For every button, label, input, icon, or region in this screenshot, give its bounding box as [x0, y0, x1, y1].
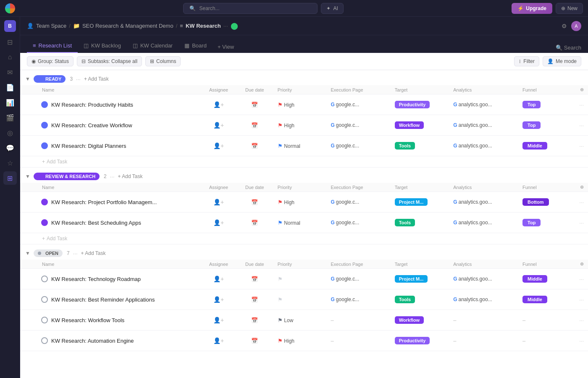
- task-target[interactable]: Project M...: [391, 269, 449, 289]
- sidebar-item-charts[interactable]: 📊: [3, 96, 17, 109]
- task-name-label[interactable]: KW Research: Best Reminder Applications: [51, 297, 155, 303]
- task-execution-page[interactable]: Ggoogle.c...: [327, 192, 391, 213]
- task-assignee[interactable]: 👤+: [201, 94, 236, 115]
- task-funnel[interactable]: Top: [518, 213, 572, 233]
- task-funnel[interactable]: –: [518, 310, 572, 331]
- task-row-dots[interactable]: ···: [572, 289, 588, 310]
- task-funnel[interactable]: Middle: [518, 269, 572, 289]
- task-assignee[interactable]: 👤+: [201, 310, 236, 331]
- task-assignee[interactable]: 👤+: [201, 213, 236, 233]
- task-row-dots[interactable]: ···: [572, 310, 588, 331]
- task-status-icon[interactable]: [41, 317, 48, 323]
- sidebar-item-home[interactable]: ⌂: [3, 50, 17, 64]
- task-priority[interactable]: ⚑ Normal: [273, 213, 327, 233]
- task-name-label[interactable]: KW Research: Best Scheduling Apps: [51, 220, 141, 226]
- task-assignee[interactable]: 👤+: [201, 136, 236, 156]
- task-analytics[interactable]: –: [449, 310, 518, 331]
- task-row-dots[interactable]: ···: [572, 115, 588, 136]
- task-target[interactable]: Tools: [391, 213, 449, 233]
- sidebar-item-apps[interactable]: ⊞: [3, 171, 17, 185]
- upgrade-button[interactable]: ⚡ Upgrade: [512, 3, 552, 14]
- task-execution-page[interactable]: Ggoogle.c...: [327, 289, 391, 310]
- new-button[interactable]: ⊕ New: [556, 3, 583, 14]
- group-open-toggle[interactable]: ▼: [25, 250, 30, 256]
- task-target[interactable]: Workflow: [391, 310, 449, 331]
- task-due-date[interactable]: 📅: [236, 136, 273, 156]
- header-user-icon[interactable]: A: [571, 21, 581, 31]
- workspace-avatar[interactable]: B: [4, 20, 16, 32]
- task-funnel[interactable]: Top: [518, 115, 572, 136]
- task-priority[interactable]: ⚑: [273, 269, 327, 289]
- task-due-date[interactable]: 📅: [236, 331, 273, 351]
- filter-button[interactable]: ⫶ Filter: [514, 56, 539, 66]
- task-funnel[interactable]: Middle: [518, 289, 572, 310]
- group-ready-dots[interactable]: ···: [76, 76, 81, 82]
- task-status-icon[interactable]: [41, 337, 48, 344]
- task-execution-page[interactable]: Ggoogle.c...: [327, 269, 391, 289]
- task-target[interactable]: Productivity: [391, 331, 449, 351]
- add-task-review-inline-button[interactable]: +Add Task: [42, 236, 584, 242]
- task-analytics[interactable]: Ganalytics.goo...: [449, 115, 518, 136]
- task-execution-page[interactable]: Ggoogle.c...: [327, 115, 391, 136]
- group-ready-toggle[interactable]: ▼: [25, 76, 30, 82]
- task-row-dots[interactable]: ···: [572, 331, 588, 351]
- task-execution-page[interactable]: –: [327, 331, 391, 351]
- sidebar-item-docs[interactable]: 📄: [3, 81, 17, 94]
- breadcrumb-dots[interactable]: ···: [223, 23, 228, 29]
- task-due-date[interactable]: 📅: [236, 310, 273, 331]
- task-status-icon[interactable]: [41, 296, 48, 303]
- group-status-button[interactable]: ◉ Group: Status: [27, 56, 74, 66]
- task-row-dots[interactable]: ···: [572, 136, 588, 156]
- task-status-icon[interactable]: [41, 142, 48, 149]
- columns-button[interactable]: ⊞ Columns: [145, 56, 181, 66]
- add-task-review-button[interactable]: + Add Task: [118, 173, 143, 179]
- add-task-open-button[interactable]: + Add Task: [81, 250, 106, 256]
- task-priority[interactable]: ⚑ High: [273, 94, 327, 115]
- task-status-icon[interactable]: [41, 101, 48, 108]
- project-label[interactable]: SEO Research & Management Demo: [82, 23, 173, 29]
- task-priority[interactable]: ⚑ High: [273, 192, 327, 213]
- group-review-toggle[interactable]: ▼: [25, 173, 30, 179]
- tab-research-list[interactable]: ≡ Research List: [27, 39, 78, 53]
- me-mode-button[interactable]: 👤 Me mode: [543, 56, 581, 66]
- group-review-dots[interactable]: ···: [110, 173, 115, 180]
- task-execution-page[interactable]: Ggoogle.c...: [327, 213, 391, 233]
- task-funnel[interactable]: –: [518, 331, 572, 351]
- tab-kw-backlog[interactable]: ◫ KW Backlog: [78, 39, 127, 53]
- sidebar-item-chat[interactable]: 💬: [3, 141, 17, 155]
- task-assignee[interactable]: 👤+: [201, 192, 236, 213]
- tab-kw-calendar[interactable]: ◫ KW Calendar: [127, 39, 178, 53]
- task-assignee[interactable]: 👤+: [201, 115, 236, 136]
- task-analytics[interactable]: Ganalytics.goo...: [449, 136, 518, 156]
- task-funnel[interactable]: Bottom: [518, 192, 572, 213]
- task-execution-page[interactable]: –: [327, 310, 391, 331]
- task-row-dots[interactable]: ···: [572, 213, 588, 233]
- task-due-date[interactable]: 📅: [236, 115, 273, 136]
- task-name-label[interactable]: KW Research: Technology Roadmap: [51, 276, 141, 282]
- task-priority[interactable]: ⚑: [273, 289, 327, 310]
- subtasks-button[interactable]: ⊟ Subtasks: Collapse all: [77, 56, 142, 66]
- task-priority[interactable]: ⚑ High: [273, 331, 327, 351]
- task-status-icon[interactable]: [41, 122, 48, 129]
- task-funnel[interactable]: Middle: [518, 136, 572, 156]
- task-assignee[interactable]: 👤+: [201, 331, 236, 351]
- task-priority[interactable]: ⚑ High: [273, 115, 327, 136]
- task-list-scroll-area[interactable]: ▼ READY 3 ··· + Add Task Name Assignee: [20, 70, 588, 378]
- tab-board[interactable]: ▦ Board: [178, 39, 213, 53]
- sidebar-item-favorites[interactable]: ☆: [3, 156, 17, 170]
- task-analytics[interactable]: Ganalytics.goo...: [449, 94, 518, 115]
- add-task-ready-inline-button[interactable]: +Add Task: [42, 159, 584, 165]
- task-target[interactable]: Workflow: [391, 115, 449, 136]
- task-analytics[interactable]: –: [449, 331, 518, 351]
- task-status-icon[interactable]: [41, 219, 48, 226]
- task-row-dots[interactable]: ···: [572, 192, 588, 213]
- header-share-icon[interactable]: ⚙: [562, 23, 567, 29]
- task-priority[interactable]: ⚑ Normal: [273, 136, 327, 156]
- sidebar-item-inbox[interactable]: ✉: [3, 66, 17, 79]
- task-name-label[interactable]: KW Research: Productivity Habits: [51, 102, 133, 108]
- task-target[interactable]: Productivity: [391, 94, 449, 115]
- task-due-date[interactable]: 📅: [236, 213, 273, 233]
- task-name-label[interactable]: KW Research: Digital Planners: [51, 143, 126, 149]
- task-funnel[interactable]: Top: [518, 94, 572, 115]
- task-due-date[interactable]: 📅: [236, 94, 273, 115]
